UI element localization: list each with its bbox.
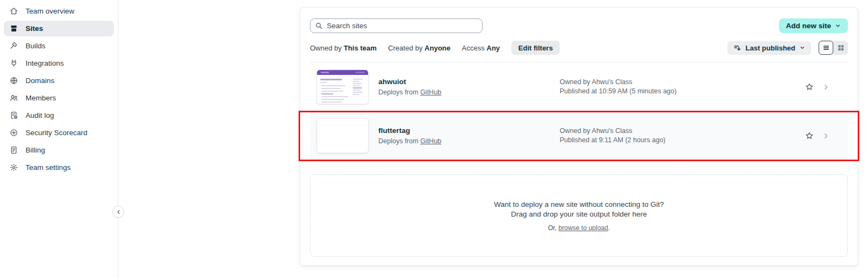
sort-descending-icon	[733, 44, 741, 52]
globe-icon	[9, 76, 18, 85]
dropzone-line-1: Want to deploy a new site without connec…	[494, 200, 664, 210]
sidebar-item-integrations[interactable]: Integrations	[4, 55, 114, 71]
owned-by-text: Owned by Ahwu's Class	[560, 126, 805, 136]
chevron-down-icon	[835, 23, 841, 29]
owned-by-text: Owned by Ahwu's Class	[560, 78, 805, 87]
plug-icon	[9, 59, 18, 68]
star-icon	[805, 131, 814, 140]
sidebar: Team overview Sites Builds Integrations …	[0, 0, 118, 279]
filter-value: Anyone	[425, 44, 451, 52]
home-icon	[9, 7, 18, 16]
site-thumbnail[interactable]	[316, 69, 369, 104]
filter-owned-by[interactable]: Owned by This team	[310, 44, 377, 52]
sidebar-item-label: Billing	[26, 146, 45, 154]
sidebar-item-audit-log[interactable]: Audit log	[4, 107, 114, 123]
favorite-star-button[interactable]	[805, 131, 814, 140]
members-icon	[9, 93, 18, 103]
list-view-button[interactable]	[819, 41, 833, 55]
add-new-site-button[interactable]: Add new site	[779, 18, 848, 33]
browse-to-upload-link[interactable]: browse to upload	[559, 224, 608, 232]
sidebar-item-label: Team overview	[26, 7, 74, 15]
deploy-prefix: Deploys from	[378, 137, 419, 145]
sites-icon	[9, 24, 18, 33]
add-new-site-label: Add new site	[786, 22, 831, 30]
site-deploy-source: Deploys from GitHub	[378, 137, 560, 145]
dropzone-line-2: Drag and drop your site output folder he…	[511, 210, 647, 219]
published-text: Published at 9:11 AM (2 hours ago)	[560, 136, 805, 145]
published-text: Published at 10:59 AM (5 minutes ago)	[560, 87, 805, 96]
panel-header: Add new site	[310, 18, 848, 33]
chevron-left-icon	[116, 209, 122, 215]
site-name[interactable]: ahwuiot	[378, 78, 560, 86]
chevron-right-icon[interactable]	[822, 84, 829, 91]
gear-icon	[9, 163, 18, 172]
site-meta: Owned by Ahwu's Class Published at 10:59…	[560, 78, 805, 96]
search-field-wrapper	[310, 18, 483, 33]
search-input[interactable]	[310, 18, 483, 33]
security-scorecard-icon	[9, 128, 18, 137]
sites-panel: Add new site Owned by This team Created …	[300, 7, 858, 266]
grid-view-icon	[837, 44, 845, 52]
filter-created-by[interactable]: Created by Anyone	[388, 44, 451, 52]
github-link[interactable]: GitHub	[420, 88, 441, 96]
sidebar-collapse-button[interactable]	[112, 206, 124, 218]
site-row-ahwuiot[interactable]: ahwuiot Deploys from GitHub Owned by Ahw…	[310, 62, 848, 111]
sort-label: Last published	[745, 44, 795, 52]
thumbnail-header-bar	[317, 70, 368, 75]
sidebar-item-label: Security Scorecard	[26, 129, 87, 137]
dropzone-upload-line: Or, browse to upload.	[548, 224, 610, 232]
sidebar-item-members[interactable]: Members	[4, 90, 114, 106]
site-meta: Owned by Ahwu's Class Published at 9:11 …	[560, 126, 805, 145]
or-suffix: .	[608, 224, 610, 232]
sidebar-item-security-scorecard[interactable]: Security Scorecard	[4, 125, 114, 141]
sidebar-item-label: Audit log	[26, 111, 54, 119]
sidebar-item-label: Team settings	[26, 163, 71, 172]
filters-row: Owned by This team Created by Anyone Acc…	[310, 41, 848, 55]
chevron-down-icon	[800, 45, 805, 50]
filter-value: This team	[344, 44, 377, 52]
list-view-icon	[822, 44, 830, 52]
sort-dropdown[interactable]: Last published	[727, 41, 811, 55]
sidebar-item-label: Builds	[26, 42, 46, 50]
deploy-prefix: Deploys from	[378, 88, 419, 96]
view-mode-toggle	[819, 41, 848, 55]
sidebar-item-team-settings[interactable]: Team settings	[4, 160, 114, 175]
sidebar-item-domains[interactable]: Domains	[4, 73, 114, 88]
hammer-icon	[9, 41, 18, 50]
sidebar-item-billing[interactable]: Billing	[4, 142, 114, 158]
filter-value: Any	[486, 44, 500, 52]
sidebar-item-label: Members	[26, 94, 56, 102]
or-prefix: Or,	[548, 224, 558, 232]
github-link[interactable]: GitHub	[420, 137, 441, 145]
sidebar-item-sites[interactable]: Sites	[4, 21, 114, 36]
sidebar-item-label: Domains	[26, 77, 54, 85]
sidebar-item-builds[interactable]: Builds	[4, 38, 114, 54]
grid-view-button[interactable]	[833, 41, 848, 55]
site-name[interactable]: fluttertag	[378, 126, 560, 135]
site-row-fluttertag[interactable]: fluttertag Deploys from GitHub Owned by …	[310, 111, 848, 160]
filter-prefix: Owned by	[310, 44, 342, 52]
audit-log-icon	[9, 111, 18, 120]
sidebar-item-label: Integrations	[26, 59, 64, 67]
deploy-dropzone[interactable]: Want to deploy a new site without connec…	[310, 174, 848, 257]
sidebar-item-label: Sites	[26, 24, 43, 33]
billing-icon	[9, 145, 18, 155]
site-thumbnail[interactable]	[316, 118, 369, 153]
star-icon	[805, 83, 814, 91]
filter-prefix: Created by	[388, 44, 423, 52]
site-deploy-source: Deploys from GitHub	[378, 88, 560, 96]
chevron-right-icon[interactable]	[822, 132, 829, 140]
sidebar-item-team-overview[interactable]: Team overview	[4, 3, 114, 19]
edit-filters-button[interactable]: Edit filters	[511, 41, 560, 55]
filter-access[interactable]: Access Any	[462, 44, 500, 52]
favorite-star-button[interactable]	[805, 83, 814, 91]
filter-prefix: Access	[462, 44, 485, 52]
